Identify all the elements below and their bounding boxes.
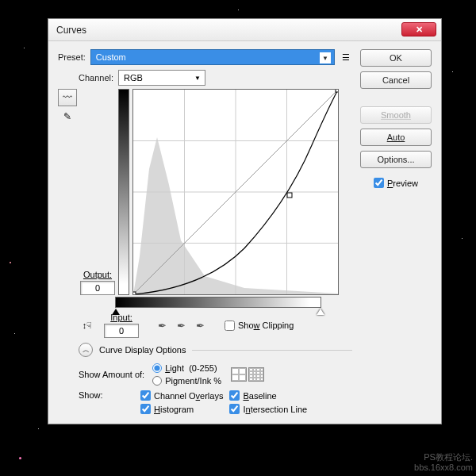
preset-select[interactable]: Custom ▼ [90, 49, 335, 65]
histogram-label: Histogram [154, 405, 194, 414]
channel-overlays-checkbox[interactable] [140, 390, 151, 401]
options-button[interactable]: Options... [360, 151, 432, 168]
chevron-down-icon: ▼ [192, 72, 203, 83]
light-label: Light (0-255) [165, 363, 217, 373]
show-amount-label: Show Amount of: [79, 370, 144, 379]
smooth-button[interactable]: Smooth [360, 106, 432, 124]
output-input[interactable] [80, 281, 115, 295]
chevron-down-icon: ▼ [320, 52, 331, 63]
preset-value: Custom [96, 52, 126, 62]
collapse-button[interactable]: ︿ [79, 343, 93, 357]
channel-select[interactable]: RGB ▼ [118, 70, 205, 86]
auto-button[interactable]: Auto [360, 129, 432, 146]
grid-coarse-button[interactable] [231, 367, 247, 382]
preview-label: Preview [387, 178, 418, 188]
grid-fine-button[interactable] [248, 367, 264, 382]
channel-overlays-label: Channel Overlays [154, 391, 223, 401]
svg-rect-10 [336, 90, 338, 92]
preset-label: Preset: [58, 52, 86, 62]
watermark: PS教程论坛. bbs.16xx8.com [414, 452, 473, 473]
curve-display-label: Curve Display Options [99, 345, 186, 355]
target-adjust-icon[interactable]: ↕☟ [79, 317, 96, 334]
close-icon: ✕ [416, 25, 423, 35]
baseline-checkbox[interactable] [229, 390, 240, 401]
baseline-label: Baseline [243, 391, 276, 401]
channel-label: Channel: [79, 73, 113, 83]
show-label: Show: [79, 390, 134, 400]
channel-value: RGB [124, 73, 143, 83]
light-radio[interactable] [152, 363, 162, 373]
black-eyedropper-icon[interactable]: ✒ [155, 318, 169, 332]
curves-dialog: Curves ✕ Preset: Custom ▼ ☰ Channel: RGB… [48, 18, 442, 424]
pigment-radio[interactable] [152, 376, 162, 386]
svg-rect-9 [287, 193, 292, 198]
histogram-checkbox[interactable] [140, 404, 151, 414]
cancel-button[interactable]: Cancel [360, 71, 432, 89]
input-input[interactable] [104, 324, 139, 338]
pigment-label: Pigment/Ink % [165, 376, 221, 386]
preview-checkbox[interactable] [374, 178, 384, 188]
intersection-checkbox[interactable] [229, 404, 240, 414]
curves-graph[interactable] [132, 89, 339, 295]
input-gradient[interactable] [115, 297, 321, 308]
preset-menu-icon[interactable]: ☰ [340, 51, 352, 63]
output-gradient [118, 89, 129, 295]
svg-rect-8 [133, 292, 136, 294]
curve-tool-button[interactable]: 〰 [58, 89, 77, 106]
output-label: Output: [83, 270, 112, 279]
pencil-tool-button[interactable]: ✎ [58, 108, 77, 125]
ok-button[interactable]: OK [360, 49, 432, 67]
close-button[interactable]: ✕ [401, 22, 436, 36]
dialog-title: Curves [56, 25, 86, 36]
white-eyedropper-icon[interactable]: ✒ [193, 318, 207, 332]
gray-eyedropper-icon[interactable]: ✒ [174, 318, 188, 332]
show-clipping-checkbox[interactable] [225, 321, 235, 331]
titlebar[interactable]: Curves ✕ [48, 19, 441, 41]
intersection-label: Intersection Line [243, 405, 307, 414]
show-clipping-label: Show Clipping [238, 321, 294, 330]
